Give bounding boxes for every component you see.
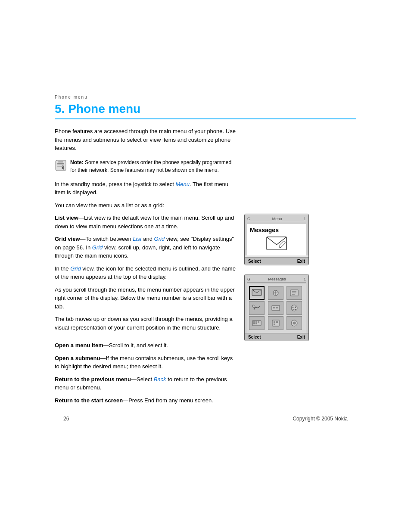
grid-icon-4 bbox=[249, 301, 265, 315]
svg-point-22 bbox=[293, 307, 294, 308]
svg-rect-32 bbox=[276, 321, 278, 323]
grid-icon-3 bbox=[286, 286, 302, 300]
phone-1-top-bar: G Menu 1 bbox=[247, 216, 306, 222]
phone-1-top-right: 1 bbox=[304, 217, 306, 221]
svg-point-17 bbox=[252, 305, 255, 308]
grid-icon-7 bbox=[249, 316, 265, 330]
note-box: Note: Some service providers order the p… bbox=[55, 159, 236, 174]
messages-label: Messages bbox=[250, 227, 303, 233]
phone-2-top-bar: G Messages 1 bbox=[247, 276, 306, 283]
page-number: 26 bbox=[63, 416, 69, 422]
intro-paragraph: Phone features are accessed through the … bbox=[55, 127, 236, 152]
phone-2-top-right: 1 bbox=[304, 277, 306, 281]
chapter-title-text: Phone menu bbox=[68, 102, 140, 115]
view-intro: You can view the menu as a list or as a … bbox=[55, 201, 236, 210]
main-layout: List view—List view is the default view … bbox=[55, 214, 356, 341]
list-view-term: List view bbox=[55, 215, 78, 221]
tab-text: The tab moves up or down as you scroll t… bbox=[55, 315, 236, 332]
grid-icon-envelope bbox=[249, 286, 265, 300]
phone-screen-2-inner: G Messages 1 bbox=[245, 274, 308, 333]
svg-rect-27 bbox=[255, 321, 257, 323]
svg-rect-26 bbox=[253, 323, 255, 324]
phone-1-top-left: G bbox=[247, 217, 250, 221]
grid-view-term: Grid view bbox=[55, 236, 80, 242]
scroll-text: As you scroll through the menus, the men… bbox=[55, 286, 236, 311]
chapter-label: Phone menu bbox=[55, 95, 356, 100]
phone-2-soft-keys: Select Exit bbox=[245, 333, 308, 341]
bottom-text: Open a menu item—Scroll to it, and selec… bbox=[55, 341, 236, 404]
grid-icons bbox=[249, 286, 304, 330]
phone-2-title: Messages bbox=[268, 277, 286, 281]
return-start-text: Press End from any menu screen. bbox=[128, 397, 213, 404]
open-submenu-term: Open a submenu bbox=[55, 355, 100, 361]
grid-icon-9 bbox=[286, 316, 302, 330]
content-area: Phone menu 5. Phone menu Phone features … bbox=[55, 0, 356, 435]
standby-text: In the standby mode, press the joystick … bbox=[55, 180, 236, 197]
text-column: List view—List view is the default view … bbox=[55, 214, 236, 336]
chapter-title: 5. Phone menu bbox=[55, 102, 356, 119]
svg-rect-30 bbox=[272, 320, 279, 326]
svg-rect-4 bbox=[57, 166, 62, 167]
svg-point-35 bbox=[293, 322, 296, 324]
svg-rect-29 bbox=[258, 321, 259, 323]
messages-display: Messages bbox=[247, 224, 306, 255]
images-column: G Menu 1 Messages bbox=[244, 214, 313, 341]
grid-icon-2 bbox=[268, 286, 283, 300]
svg-point-23 bbox=[295, 307, 296, 308]
phone-1-title: Menu bbox=[272, 217, 282, 221]
svg-rect-19 bbox=[273, 307, 275, 308]
grid-icon-8 bbox=[268, 316, 283, 330]
grid-link3[interactable]: Grid bbox=[70, 265, 81, 272]
return-prev-term: Return to the previous menu bbox=[55, 376, 131, 383]
page: Phone menu 5. Phone menu Phone features … bbox=[0, 0, 411, 532]
phone-screen-1: G Menu 1 Messages bbox=[244, 214, 309, 265]
back-link[interactable]: Back bbox=[154, 376, 166, 383]
svg-rect-1 bbox=[58, 162, 63, 162]
return-start-term: Return to the start screen bbox=[55, 397, 123, 404]
phone-screen-2: G Messages 1 bbox=[244, 274, 309, 341]
phone-2-soft-right: Exit bbox=[297, 335, 305, 339]
list-link[interactable]: List bbox=[133, 236, 141, 242]
envelope-icon bbox=[266, 235, 287, 252]
phone-2-soft-left: Select bbox=[248, 335, 261, 339]
svg-rect-33 bbox=[274, 324, 275, 325]
grid-display bbox=[247, 284, 306, 333]
grid-link2[interactable]: Grid bbox=[92, 244, 103, 251]
svg-rect-25 bbox=[253, 321, 255, 323]
grid-link[interactable]: Grid bbox=[154, 236, 165, 242]
return-start-para: Return to the start screen—Press End fro… bbox=[55, 396, 236, 405]
phone-1-soft-keys: Select Exit bbox=[245, 257, 308, 265]
phone-1-soft-left: Select bbox=[248, 259, 261, 264]
open-submenu-para: Open a submenu—If the menu contains subm… bbox=[55, 354, 236, 371]
chapter-number: 5. bbox=[55, 102, 65, 115]
note-content: Some service providers order the phones … bbox=[70, 159, 231, 173]
note-text: Note: Some service providers order the p… bbox=[70, 159, 236, 174]
phone-2-top-left: G bbox=[247, 277, 250, 281]
open-item-text: Scroll to it, and select it. bbox=[109, 342, 168, 348]
return-prev-para: Return to the previous menu—Select Back … bbox=[55, 375, 236, 392]
note-icon bbox=[55, 159, 67, 171]
grid-icon-5 bbox=[268, 301, 283, 315]
svg-rect-20 bbox=[276, 307, 278, 308]
grid-view2-para: In the Grid view, the icon for the selec… bbox=[55, 264, 236, 281]
grid-view-para: Grid view—To switch between List and Gri… bbox=[55, 235, 236, 260]
menu-link[interactable]: Menu bbox=[175, 181, 190, 187]
list-view-para: List view—List view is the default view … bbox=[55, 214, 236, 230]
svg-rect-18 bbox=[272, 305, 280, 311]
open-item-term: Open a menu item bbox=[55, 342, 103, 348]
svg-rect-3 bbox=[57, 165, 64, 165]
svg-rect-31 bbox=[274, 321, 275, 323]
note-label: Note: bbox=[70, 159, 84, 165]
grid-icon-6 bbox=[286, 301, 302, 315]
copyright: Copyright © 2005 Nokia bbox=[293, 416, 348, 422]
phone-1-soft-right: Exit bbox=[297, 259, 305, 264]
svg-rect-2 bbox=[57, 163, 64, 164]
phone-screen-1-inner: G Menu 1 Messages bbox=[245, 214, 308, 255]
page-footer: 26 Copyright © 2005 Nokia bbox=[55, 416, 356, 422]
svg-rect-28 bbox=[255, 323, 257, 324]
open-item-para: Open a menu item—Scroll to it, and selec… bbox=[55, 341, 236, 350]
